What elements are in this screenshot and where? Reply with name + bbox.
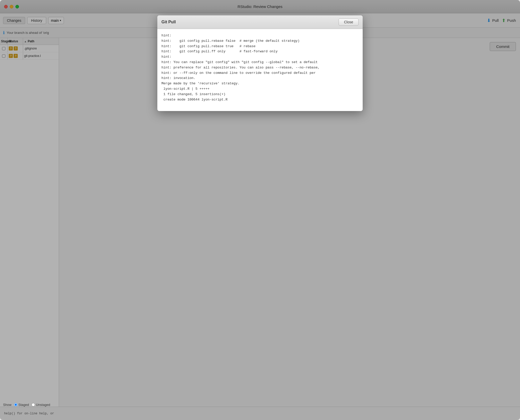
staged-radio[interactable] [14, 403, 17, 406]
terminal-output: hint: hint: git config pull.rebase false… [161, 33, 359, 102]
staged-radio-label[interactable]: Staged [14, 403, 29, 407]
dialog-title: Git Pull [161, 20, 176, 24]
dialog-close-button[interactable]: Close [339, 18, 359, 26]
git-pull-dialog: Git Pull Close hint: hint: git config pu… [157, 15, 363, 111]
dialog-overlay: Git Pull Close hint: hint: git config pu… [0, 0, 520, 420]
unstaged-radio-label[interactable]: Unstaged [32, 403, 50, 407]
dialog-header: Git Pull Close [157, 15, 363, 29]
show-label: Show [3, 403, 12, 407]
main-window: RStudio: Review Changes Changes History … [0, 0, 520, 420]
show-bar: Show Staged Unstaged [3, 403, 50, 407]
unstaged-radio-text: Unstaged [36, 403, 50, 407]
unstaged-radio[interactable] [32, 403, 35, 406]
staged-radio-text: Staged [18, 403, 29, 407]
dialog-content: hint: hint: git config pull.rebase false… [157, 29, 363, 111]
